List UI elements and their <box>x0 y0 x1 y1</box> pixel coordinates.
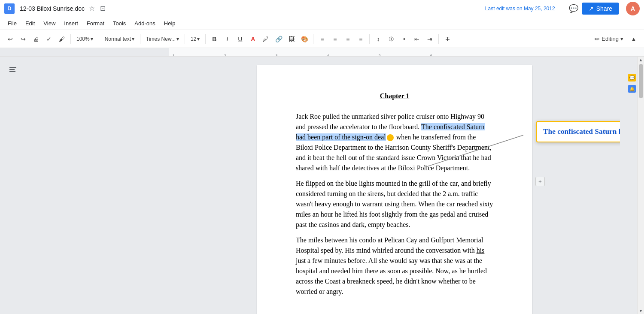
text-color-button[interactable]: A <box>247 33 259 45</box>
last-edit-link[interactable]: Last edit was on May 25, 2012 <box>485 6 555 12</box>
paragraph-1: Jack Roe pulled the unmarked silver poli… <box>296 112 493 173</box>
svg-rect-39 <box>9 71 15 72</box>
separator-2 <box>99 34 99 44</box>
menu-format[interactable]: Format <box>83 19 108 27</box>
scrollbar-down-arrow[interactable]: ▼ <box>639 308 643 313</box>
indent-less-button[interactable]: ⇤ <box>411 33 423 45</box>
style-chevron: ▾ <box>132 36 134 42</box>
comment-icon[interactable]: 💬 <box>628 74 636 82</box>
paragraph-2: He flipped on the blue lights mounted in… <box>296 178 493 230</box>
ruler: 1 2 3 4 5 6 <box>0 48 644 57</box>
scrollbar-up-arrow[interactable]: ▲ <box>639 57 643 62</box>
menu-insert[interactable]: Insert <box>61 19 82 27</box>
paragraph-3: The miles between his condo at Pelican C… <box>296 235 493 297</box>
separator-4 <box>185 34 185 44</box>
print-button[interactable]: 🖨 <box>30 33 42 45</box>
separator-8 <box>438 34 439 44</box>
spell-check-button[interactable]: ✓ <box>43 33 55 45</box>
document[interactable]: Chapter 1 Jack Roe pulled the unmarked s… <box>257 65 532 314</box>
align-right-button[interactable]: ≡ <box>342 33 354 45</box>
paint-format-button[interactable]: 🖌 <box>56 33 68 45</box>
outline-icon[interactable] <box>9 65 17 76</box>
svg-text:3: 3 <box>276 54 278 57</box>
zoom-dropdown[interactable]: 100% ▾ <box>73 33 96 45</box>
align-center-button[interactable]: ≡ <box>329 33 341 45</box>
star-icon[interactable]: ☆ <box>88 3 96 13</box>
svg-text:1: 1 <box>173 54 175 57</box>
scrollbar-thumb[interactable] <box>639 64 643 98</box>
share-label: Share <box>596 5 612 12</box>
color-button[interactable]: 🎨 <box>298 33 310 45</box>
style-value: Normal text <box>105 36 131 42</box>
text-tooltip: The confiscated Saturn had been part of … <box>536 121 620 142</box>
cursor-dot <box>387 134 394 141</box>
bold-button[interactable]: B <box>208 33 220 45</box>
svg-text:2: 2 <box>224 54 226 57</box>
doc-title: 12-03 Biloxi Sunrise.doc <box>20 5 85 12</box>
justify-button[interactable]: ≡ <box>355 33 367 45</box>
list-bullet-button[interactable]: • <box>398 33 410 45</box>
history-icon[interactable]: ⊡ <box>99 3 106 13</box>
title-bar: D 12-03 Biloxi Sunrise.doc ☆ ⊡ Last edit… <box>0 0 644 17</box>
editing-chevron: ▾ <box>620 36 623 42</box>
notification-icon[interactable]: 🔔 <box>628 85 636 93</box>
editing-mode-dropdown[interactable]: ✏ Editing ▾ <box>591 34 627 44</box>
editing-label: Editing <box>601 36 619 42</box>
size-value: 12 <box>191 36 196 42</box>
size-chevron: ▾ <box>197 36 200 42</box>
separator-5 <box>205 34 206 44</box>
avatar: A <box>626 2 640 15</box>
ruler-left-margin <box>0 48 169 56</box>
align-left-button[interactable]: ≡ <box>316 33 328 45</box>
menu-bar: File Edit View Insert Format Tools Add-o… <box>0 17 644 30</box>
underline-button[interactable]: U <box>234 33 246 45</box>
separator-3 <box>140 34 140 44</box>
undo-button[interactable]: ↩ <box>4 33 16 45</box>
underlined-word: his <box>477 247 485 254</box>
indent-more-button[interactable]: ⇥ <box>424 33 436 45</box>
chapter-heading: Chapter 1 <box>296 91 493 101</box>
pencil-icon: ✏ <box>595 36 600 42</box>
zoom-value: 100% <box>76 36 90 42</box>
list-number-button[interactable]: ① <box>385 33 397 45</box>
menu-view[interactable]: View <box>40 19 59 27</box>
font-dropdown[interactable]: Times New... ▾ <box>143 33 182 45</box>
size-dropdown[interactable]: 12 ▾ <box>188 33 203 45</box>
doc-wrapper: Chapter 1 Jack Roe pulled the unmarked s… <box>169 57 620 314</box>
line-spacing-button[interactable]: ↕ <box>372 33 384 45</box>
add-comment-icon[interactable]: + <box>535 177 545 186</box>
svg-rect-38 <box>9 69 15 70</box>
svg-rect-37 <box>9 67 16 68</box>
svg-text:4: 4 <box>327 54 329 57</box>
separator-7 <box>369 34 370 44</box>
chat-icon[interactable]: 💬 <box>569 4 578 13</box>
link-button[interactable]: 🔗 <box>273 33 285 45</box>
toolbar: ↩ ↪ 🖨 ✓ 🖌 100% ▾ Normal text ▾ Times New… <box>0 30 644 48</box>
zoom-chevron: ▾ <box>91 36 93 42</box>
tooltip-text: The confiscated Saturn had been part of … <box>543 127 620 136</box>
menu-edit[interactable]: Edit <box>22 19 38 27</box>
font-value: Times New... <box>146 36 176 42</box>
app-icon: D <box>4 3 15 14</box>
svg-text:6: 6 <box>430 54 432 57</box>
italic-button[interactable]: I <box>221 33 233 45</box>
redo-button[interactable]: ↪ <box>17 33 29 45</box>
doc-body[interactable]: Jack Roe pulled the unmarked silver poli… <box>296 112 493 297</box>
menu-help[interactable]: Help <box>161 19 179 27</box>
share-button[interactable]: ↗ Share <box>582 3 619 15</box>
scrollbar-track[interactable]: ▲ ▼ <box>637 57 644 314</box>
separator-6 <box>313 34 313 44</box>
menu-tools[interactable]: Tools <box>109 19 129 27</box>
share-icon: ↗ <box>589 5 594 12</box>
highlight-button[interactable]: 🖊 <box>260 33 272 45</box>
font-chevron: ▾ <box>176 36 179 42</box>
main-area: Chapter 1 Jack Roe pulled the unmarked s… <box>0 57 644 314</box>
style-dropdown[interactable]: Normal text ▾ <box>102 33 137 45</box>
sidebar-left <box>0 57 169 314</box>
image-button[interactable]: 🖼 <box>286 33 298 45</box>
collapse-toolbar-button[interactable]: ▲ <box>628 33 640 45</box>
menu-addons[interactable]: Add-ons <box>131 19 158 27</box>
separator-1 <box>70 34 71 44</box>
menu-file[interactable]: File <box>4 19 20 27</box>
clear-format-button[interactable]: T̶ <box>441 33 453 45</box>
